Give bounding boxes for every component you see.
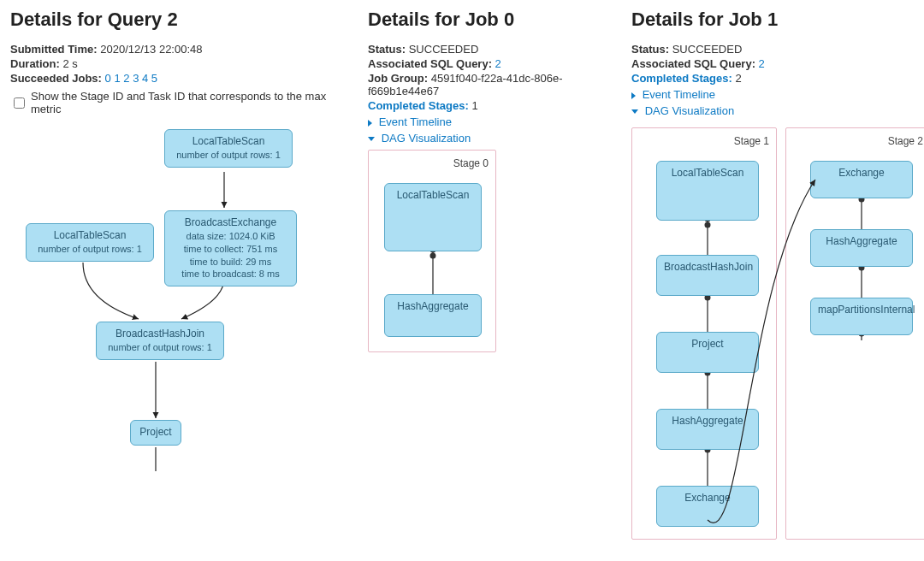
job1-dag-toggle[interactable]: DAG Visualization xyxy=(631,104,924,117)
node-title: LocalTableScan xyxy=(172,135,285,147)
node-title: Exchange xyxy=(818,167,905,179)
max-metric-row: Show the Stage ID and Task ID that corre… xyxy=(10,90,352,115)
submitted-row: Submitted Time: 2020/12/13 22:00:48 xyxy=(10,43,352,56)
stage1-label: Stage 1 xyxy=(639,135,769,147)
job0-status-row: Status: SUCCEEDED xyxy=(368,43,616,56)
caret-down-icon xyxy=(368,137,375,141)
node-title: BroadcastHashJoin xyxy=(104,328,216,340)
node-localtablescan-left[interactable]: LocalTableScan number of output rows: 1 xyxy=(26,223,154,262)
caret-down-icon xyxy=(631,109,638,114)
duration-value: 2 s xyxy=(62,57,77,70)
node-sub: number of output rows: 1 xyxy=(38,244,142,254)
job1-title: Details for Job 1 xyxy=(631,9,924,31)
succeeded-job-2[interactable]: 2 xyxy=(123,72,129,85)
status-value: SUCCEEDED xyxy=(409,43,479,56)
assoc-link[interactable]: 2 xyxy=(495,57,501,70)
toggle-label: Event Timeline xyxy=(643,88,715,101)
node-title: BroadcastHashJoin xyxy=(664,261,751,273)
status-value: SUCCEEDED xyxy=(672,43,743,56)
max-metric-checkbox[interactable] xyxy=(14,97,25,109)
job1-panel: Details for Job 1 Status: SUCCEEDED Asso… xyxy=(631,9,924,540)
status-label: Status: xyxy=(631,43,669,56)
query-dag: LocalTableScan number of output rows: 1 … xyxy=(10,121,352,480)
assoc-label: Associated SQL Query: xyxy=(631,57,755,70)
completed-value: 1 xyxy=(471,99,477,112)
node-title: HashAggregate xyxy=(664,415,751,427)
node-hashaggregate[interactable]: HashAggregate xyxy=(384,294,482,337)
node-broadcastexchange[interactable]: BroadcastExchange data size: 1024.0 KiB … xyxy=(164,210,297,286)
job0-stage0-frame: Stage 0 LocalTableScan HashAggregate xyxy=(368,150,496,352)
node-title: BroadcastExchange xyxy=(172,216,289,228)
job1-completed-row[interactable]: Completed Stages: 2 xyxy=(631,72,924,85)
succeeded-job-3[interactable]: 3 xyxy=(133,72,139,85)
completed-value: 2 xyxy=(735,72,741,85)
job1-stage1-frame: Stage 1 LocalTableScan xyxy=(631,127,777,540)
node-title: Project xyxy=(664,338,751,350)
job0-title: Details for Job 0 xyxy=(368,9,616,31)
node-localtablescan[interactable]: LocalTableScan xyxy=(384,183,482,251)
completed-label: Completed Stages: xyxy=(631,72,732,85)
node-broadcasthashjoin[interactable]: BroadcastHashJoin number of output rows:… xyxy=(96,322,224,360)
job0-event-timeline-toggle[interactable]: Event Timeline xyxy=(368,115,616,128)
node-title: mapPartitionsInternal xyxy=(818,304,905,316)
node-localtablescan[interactable]: LocalTableScan xyxy=(656,161,759,221)
succeeded-job-5[interactable]: 5 xyxy=(151,72,157,85)
succeeded-row: Succeeded Jobs: 0 1 2 3 4 5 xyxy=(10,72,352,85)
succeeded-label: Succeeded Jobs: xyxy=(10,72,102,85)
node-sub: number of output rows: 1 xyxy=(176,150,281,160)
node-project[interactable]: Project xyxy=(130,420,181,446)
job0-group-row: Job Group: 4591f040-f22a-41dc-806e-f669b… xyxy=(368,72,616,97)
job0-completed-row[interactable]: Completed Stages: 1 xyxy=(368,99,616,112)
assoc-link[interactable]: 2 xyxy=(759,57,765,70)
duration-row: Duration: 2 s xyxy=(10,57,352,70)
group-label: Job Group: xyxy=(368,72,428,85)
node-sub: data size: 1024.0 KiB time to collect: 7… xyxy=(181,231,279,279)
dot-icon xyxy=(430,253,436,259)
node-broadcasthashjoin[interactable]: BroadcastHashJoin xyxy=(656,255,759,296)
stage0-dag: LocalTableScan HashAggregate xyxy=(376,174,489,341)
job1-assoc-row: Associated SQL Query: 2 xyxy=(631,57,924,70)
query-panel: Details for Query 2 Submitted Time: 2020… xyxy=(10,9,352,480)
node-title: LocalTableScan xyxy=(664,167,751,179)
node-localtablescan-top[interactable]: LocalTableScan number of output rows: 1 xyxy=(164,129,293,168)
job1-status-row: Status: SUCCEEDED xyxy=(631,43,924,56)
node-title: HashAggregate xyxy=(392,300,474,312)
node-exchange[interactable]: Exchange xyxy=(810,161,913,198)
job0-assoc-row: Associated SQL Query: 2 xyxy=(368,57,616,70)
stage1-dag: LocalTableScan BroadcastHashJoin Project… xyxy=(639,152,769,529)
duration-label: Duration: xyxy=(10,57,60,70)
node-title: Exchange xyxy=(664,492,751,504)
job1-stage2-frame: Stage 2 Exchange HashAggregate xyxy=(785,127,924,540)
node-mappartitionsinternal[interactable]: mapPartitionsInternal xyxy=(810,298,913,335)
succeeded-job-4[interactable]: 4 xyxy=(142,72,148,85)
node-title: Project xyxy=(138,426,174,438)
stage2-dag: Exchange HashAggregate mapPartitionsInte… xyxy=(793,152,923,353)
job0-dag-toggle[interactable]: DAG Visualization xyxy=(368,132,616,145)
succeeded-job-1[interactable]: 1 xyxy=(114,72,120,85)
assoc-label: Associated SQL Query: xyxy=(368,57,492,70)
caret-right-icon xyxy=(631,92,636,99)
stage0-label: Stage 0 xyxy=(376,157,489,169)
job1-event-timeline-toggle[interactable]: Event Timeline xyxy=(631,88,924,101)
node-title: LocalTableScan xyxy=(392,189,474,201)
node-title: LocalTableScan xyxy=(33,229,146,241)
node-hashaggregate[interactable]: HashAggregate xyxy=(810,229,913,267)
stage2-label: Stage 2 xyxy=(793,135,923,147)
submitted-label: Submitted Time: xyxy=(10,43,98,56)
node-sub: number of output rows: 1 xyxy=(108,342,212,352)
toggle-label: Event Timeline xyxy=(379,115,452,128)
job0-panel: Details for Job 0 Status: SUCCEEDED Asso… xyxy=(368,9,616,352)
node-exchange[interactable]: Exchange xyxy=(656,486,759,527)
max-metric-label: Show the Stage ID and Task ID that corre… xyxy=(31,90,352,115)
node-hashaggregate[interactable]: HashAggregate xyxy=(656,409,759,450)
completed-label: Completed Stages: xyxy=(368,99,469,112)
node-project[interactable]: Project xyxy=(656,332,759,373)
succeeded-job-0[interactable]: 0 xyxy=(105,72,111,85)
status-label: Status: xyxy=(368,43,406,56)
node-title: HashAggregate xyxy=(818,235,905,247)
dot-icon xyxy=(705,222,711,228)
submitted-value: 2020/12/13 22:00:48 xyxy=(100,43,202,56)
query-title: Details for Query 2 xyxy=(10,9,352,31)
caret-right-icon xyxy=(368,120,372,127)
toggle-label: DAG Visualization xyxy=(382,132,471,145)
